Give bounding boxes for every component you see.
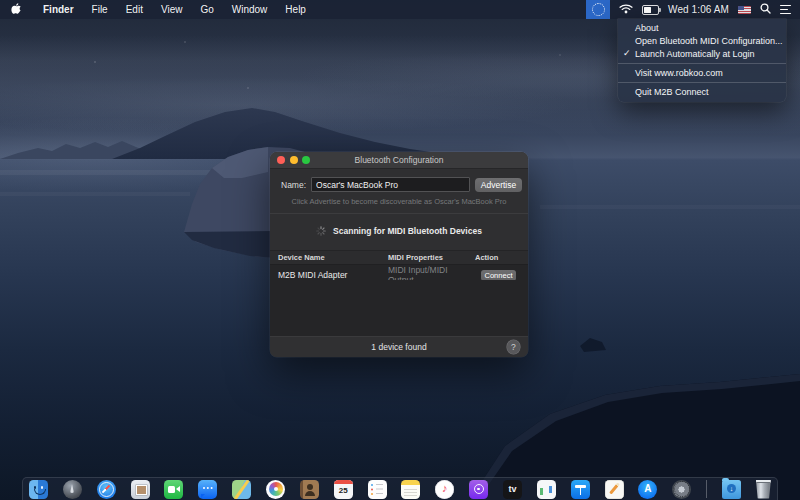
dock-notes-icon[interactable] [401,480,420,499]
dock-system-preferences-icon[interactable] [672,480,691,499]
column-device-name[interactable]: Device Name [278,253,388,262]
advertise-button[interactable]: Advertise [475,178,522,192]
m2b-ring-icon [592,3,605,16]
dock-music-icon[interactable] [435,480,454,499]
dock-photos-icon[interactable] [266,480,285,499]
dock-trash-icon[interactable] [756,480,771,499]
menubar-item-file[interactable]: File [83,0,117,19]
menubar-item-window[interactable]: Window [223,0,277,19]
m2b-connect-menu-icon[interactable] [586,0,610,19]
device-table-empty-area [270,280,528,336]
menubar-item-help[interactable]: Help [276,0,315,19]
window-footer: 1 device found ? [270,336,528,357]
calendar-day-number: 25 [334,484,353,499]
menubar-clock[interactable]: Wed 1:06 AM [668,4,729,15]
dock-calendar-icon[interactable]: 25 [334,480,353,499]
dock-downloads-icon[interactable] [722,480,741,499]
dock-safari-icon[interactable] [97,480,116,499]
dock-reminders-icon[interactable] [368,480,387,499]
dock-messages-icon[interactable] [198,480,217,499]
device-count-status: 1 device found [371,342,426,352]
menu-bar: Finder File Edit View Go Window Help Wed… [0,0,800,19]
bluetooth-configuration-window: Bluetooth Configuration Name: Advertise … [270,152,528,357]
menubar-item-view[interactable]: View [152,0,192,19]
checkmark-icon: ✓ [623,48,631,58]
us-flag-icon[interactable] [738,6,751,14]
column-action[interactable]: Action [475,253,528,262]
battery-icon[interactable] [642,5,659,15]
dock-numbers-icon[interactable] [537,480,556,499]
help-button[interactable]: ? [507,340,521,354]
menu-separator [618,63,786,64]
dock-mail-icon[interactable] [131,480,150,499]
connect-button[interactable]: Connect [481,270,516,281]
device-name-cell: M2B MIDI Adapter [278,270,388,280]
dock-keynote-icon[interactable] [571,480,590,499]
column-midi-properties[interactable]: MIDI Properties [388,253,475,262]
menubar-app-name[interactable]: Finder [34,0,83,19]
device-name-input[interactable] [311,177,470,192]
scanning-status-text: Scanning for MIDI Bluetooth Devices [333,226,482,236]
window-title: Bluetooth Configuration [270,155,528,165]
dock-maps-icon[interactable] [232,480,251,499]
device-table-row[interactable]: M2B MIDI Adapter MIDI Input/MIDI Output … [270,265,528,280]
spotlight-search-icon[interactable] [760,3,771,16]
notification-center-icon[interactable] [780,5,791,14]
dock-facetime-icon[interactable] [164,480,183,499]
menubar-item-go[interactable]: Go [191,0,222,19]
menu-item-open-bluetooth-midi-configuration[interactable]: Open Bluetooth MIDI Configuration... [618,34,786,47]
menu-item-about[interactable]: About [618,21,786,34]
dock-app-store-icon[interactable] [638,480,657,499]
dock-contacts-icon[interactable] [300,480,319,499]
dock-separator [706,480,707,498]
window-titlebar[interactable]: Bluetooth Configuration [270,152,528,169]
name-label: Name: [281,180,306,190]
menu-separator [618,82,786,83]
dock-finder-icon[interactable] [29,480,48,499]
menubar-item-edit[interactable]: Edit [117,0,152,19]
desktop: Finder File Edit View Go Window Help Wed… [0,0,800,500]
menu-item-visit-robkoo[interactable]: Visit www.robkoo.com [618,67,786,80]
apple-menu-icon[interactable] [0,3,34,16]
dock-launchpad-icon[interactable] [63,480,82,499]
dock: 25 [22,477,778,500]
spinner-icon [316,222,326,240]
wifi-icon[interactable] [619,4,633,16]
menu-item-launch-automatically-at-login[interactable]: ✓ Launch Automatically at Login [618,47,786,60]
dock-tv-icon[interactable] [503,480,522,499]
device-table-header: Device Name MIDI Properties Action [270,250,528,265]
dock-podcasts-icon[interactable] [469,480,488,499]
dock-pages-icon[interactable] [605,480,624,499]
advertise-hint-text: Click Advertise to become discoverable a… [270,197,528,206]
m2b-connect-menu: About Open Bluetooth MIDI Configuration.… [618,19,786,102]
menu-item-quit-m2b-connect[interactable]: Quit M2B Connect [618,86,786,99]
